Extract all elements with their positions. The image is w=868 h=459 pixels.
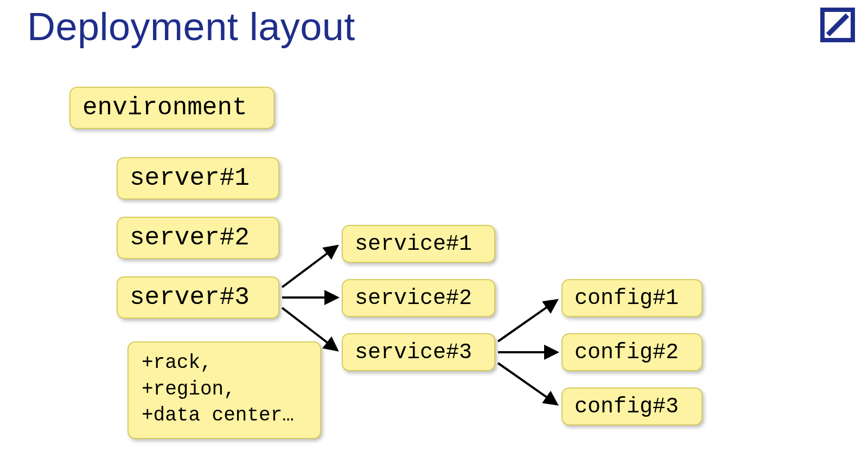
edge-service3-config3 <box>498 363 556 404</box>
node-label: config#1 <box>575 286 679 311</box>
brand-logo-icon <box>820 8 855 42</box>
node-label: environment <box>82 94 247 122</box>
node-config-3: config#3 <box>561 387 703 425</box>
node-label: server#3 <box>130 283 250 312</box>
node-service-3: service#3 <box>342 333 495 371</box>
node-label: service#3 <box>355 340 472 365</box>
note-line: +data center… <box>142 403 307 429</box>
node-server-2: server#2 <box>117 217 279 259</box>
node-config-1: config#1 <box>561 279 703 317</box>
node-server-attributes-note: +rack, +region, +data center… <box>127 341 321 439</box>
node-label: service#2 <box>355 286 472 311</box>
node-service-2: service#2 <box>342 279 495 317</box>
node-server-1: server#1 <box>117 157 279 199</box>
edge-server3-service1 <box>282 247 336 287</box>
node-service-1: service#1 <box>342 225 495 263</box>
slide-title: Deployment layout <box>27 4 355 49</box>
note-line: +rack, <box>142 350 307 377</box>
edge-service3-config1 <box>498 301 556 341</box>
node-config-2: config#2 <box>561 333 703 371</box>
note-line: +region, <box>142 377 307 403</box>
node-label: service#1 <box>355 232 472 256</box>
node-label: config#3 <box>575 395 679 419</box>
svg-line-1 <box>828 15 847 35</box>
node-label: server#2 <box>130 224 250 252</box>
node-label: server#1 <box>130 164 250 192</box>
node-label: config#2 <box>575 340 679 365</box>
slide: Deployment layout environment server#1 s… <box>0 0 868 459</box>
node-environment: environment <box>69 87 275 129</box>
node-server-3: server#3 <box>117 276 279 319</box>
